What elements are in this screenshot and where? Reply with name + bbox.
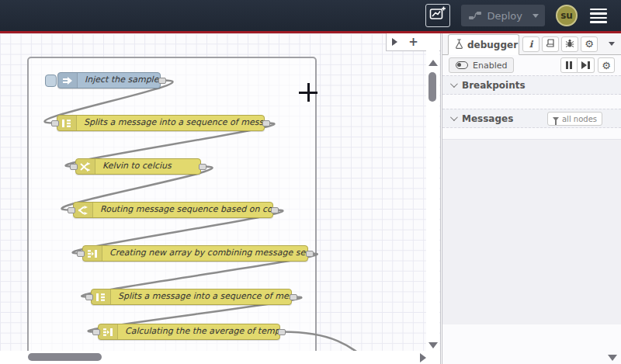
- pause-icon: [566, 61, 572, 69]
- deploy-nodes-icon: [469, 9, 481, 23]
- sidebar: debugger i: [442, 33, 621, 364]
- messages-section-header[interactable]: Messages all nodes: [442, 109, 621, 128]
- help-tab-button[interactable]: [542, 36, 559, 52]
- config-tab-button[interactable]: ⚙: [581, 36, 598, 52]
- scroll-up-icon[interactable]: [428, 60, 438, 66]
- main-menu-icon[interactable]: [588, 5, 609, 26]
- info-tab-button[interactable]: i: [522, 36, 539, 52]
- user-avatar[interactable]: su: [556, 5, 578, 26]
- split-icon: [57, 116, 77, 130]
- debug-tab-button[interactable]: [561, 36, 578, 52]
- scroll-down-icon[interactable]: [428, 342, 438, 348]
- message-filter-button[interactable]: all nodes: [547, 112, 602, 126]
- output-port[interactable]: [271, 207, 279, 213]
- input-port[interactable]: [51, 120, 59, 127]
- horizontal-scroll-thumb[interactable]: [28, 353, 102, 361]
- output-port[interactable]: [278, 329, 286, 335]
- pause-button[interactable]: [560, 57, 578, 73]
- input-port[interactable]: [85, 294, 93, 300]
- canvas-horizontal-scrollbar[interactable]: [0, 351, 440, 364]
- flask-icon: [455, 37, 463, 52]
- flow-canvas[interactable]: Inject the sample dataSplits a message i…: [0, 33, 441, 364]
- sidebar-tabbar: debugger i: [442, 33, 621, 55]
- toggle-icon: [456, 61, 468, 69]
- output-port[interactable]: [158, 78, 166, 84]
- input-port[interactable]: [70, 164, 78, 170]
- enabled-label: Enabled: [473, 61, 507, 71]
- node-label: Creating new array by combining message …: [102, 246, 307, 261]
- gear-icon: ⚙: [585, 39, 594, 49]
- switch-icon: [74, 203, 93, 217]
- filter-label: all nodes: [562, 115, 597, 123]
- node-label: Splits a message into a sequence of mess…: [111, 289, 291, 304]
- node-label: Inject the sample data: [78, 73, 160, 88]
- workspace-assistant-button[interactable]: [425, 4, 450, 27]
- node-label: Kelvin to celcius: [95, 159, 200, 174]
- node-red-app: Deploy su Inject the sample dataSplits a…: [0, 0, 621, 364]
- scroll-tabs-right-icon[interactable]: [392, 38, 397, 46]
- book-icon: [546, 36, 555, 51]
- inject-arrow-icon: [58, 73, 78, 88]
- output-port[interactable]: [262, 120, 270, 127]
- output-port[interactable]: [306, 251, 314, 257]
- add-flow-icon[interactable]: +: [408, 38, 418, 46]
- flow-node-join[interactable]: Creating new array by combining message …: [82, 245, 308, 262]
- scroll-right-icon[interactable]: [420, 353, 426, 362]
- header: Deploy su: [0, 0, 621, 33]
- step-button[interactable]: [578, 57, 595, 73]
- bug-icon: [565, 36, 574, 51]
- node-label: Calculating the the average of temperatu…: [118, 324, 279, 339]
- deploy-label: Deploy: [487, 10, 522, 22]
- flow-node-inject[interactable]: Inject the sample data: [57, 72, 161, 88]
- collapse-chevron-icon[interactable]: [450, 80, 458, 88]
- join-icon: [83, 246, 102, 261]
- debugger-settings-button[interactable]: ⚙: [598, 57, 615, 73]
- flow-node-split[interactable]: Splits a message into a sequence of mess…: [91, 289, 292, 305]
- breakpoints-section-header[interactable]: Breakpoints: [442, 75, 621, 95]
- debugger-enabled-toggle[interactable]: Enabled: [449, 57, 514, 73]
- output-port[interactable]: [290, 294, 297, 300]
- split-icon: [92, 289, 111, 304]
- input-port[interactable]: [68, 207, 75, 213]
- vertical-scroll-thumb[interactable]: [428, 72, 436, 102]
- gear-icon: ⚙: [602, 61, 611, 71]
- deploy-button[interactable]: Deploy: [461, 5, 545, 26]
- input-port[interactable]: [77, 251, 85, 257]
- debugger-toolbar: Enabled ⚙: [442, 55, 621, 75]
- node-label: Splits a message into a sequence of mess…: [77, 116, 264, 130]
- info-icon: i: [529, 39, 533, 50]
- messages-empty-list: [442, 139, 621, 324]
- flow-node-split[interactable]: Splits a message into a sequence of mess…: [57, 115, 265, 131]
- sidebar-tab-buttons: i: [522, 36, 598, 52]
- collapse-chevron-icon[interactable]: [450, 113, 458, 121]
- flow-node-change[interactable]: Kelvin to celcius: [75, 158, 201, 175]
- flow-node-switch[interactable]: Routing message sequence based on condit…: [73, 202, 273, 218]
- debugger-step-controls: [560, 57, 595, 73]
- flow-sparkle-icon: [429, 6, 446, 25]
- messages-title: Messages: [462, 113, 513, 124]
- node-label: Routing message sequence based on condit…: [93, 203, 272, 217]
- canvas-vertical-scrollbar[interactable]: [426, 33, 439, 351]
- debugger-panel: Breakpoints Messages all nodes: [442, 75, 621, 364]
- output-port[interactable]: [199, 164, 206, 170]
- flow-node-join[interactable]: Calculating the the average of temperatu…: [98, 324, 280, 340]
- sidebar-scroll-down-icon[interactable]: [608, 355, 617, 361]
- sidebar-tabs-overflow-icon[interactable]: [609, 42, 615, 46]
- breakpoints-title: Breakpoints: [462, 80, 526, 91]
- inject-trigger-button[interactable]: [45, 75, 57, 87]
- deploy-options-chevron-icon[interactable]: [533, 14, 539, 18]
- change-icon: [76, 159, 95, 174]
- filter-icon: [553, 117, 559, 121]
- tab-debugger[interactable]: debugger: [448, 34, 519, 55]
- join-icon: [99, 324, 118, 339]
- tab-debugger-label: debugger: [467, 40, 518, 50]
- input-port[interactable]: [92, 329, 100, 335]
- step-icon: [581, 61, 590, 69]
- breakpoints-empty-list: [442, 95, 621, 109]
